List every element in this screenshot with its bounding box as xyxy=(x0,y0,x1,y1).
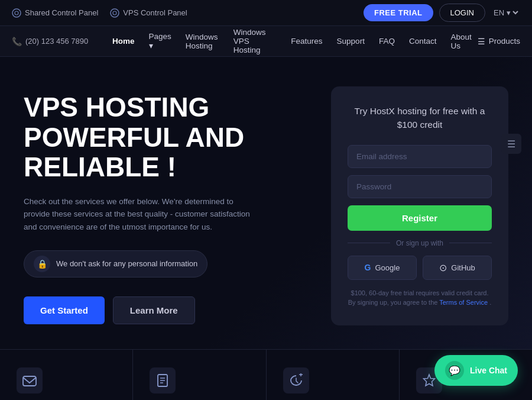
email-input[interactable] xyxy=(348,145,492,168)
phone-number: 📞 (20) 123 456 7890 xyxy=(12,37,106,46)
github-icon: ⊙ xyxy=(439,262,447,273)
phone-icon: 📞 xyxy=(12,37,22,46)
nav-pages[interactable]: Pages ▾ xyxy=(143,27,177,55)
nav-faq[interactable]: FAQ xyxy=(373,32,401,50)
nav-home[interactable]: Home xyxy=(106,32,141,50)
free-trial-button[interactable]: FREE TRIAL xyxy=(364,4,433,21)
svg-point-2 xyxy=(111,9,119,17)
get-started-button[interactable]: Get Started xyxy=(24,296,105,324)
language-select[interactable]: EN ▾ xyxy=(491,8,520,18)
nav-support[interactable]: Support xyxy=(331,32,371,50)
tos-link[interactable]: Terms of Service xyxy=(439,299,488,306)
hero-section: VPS HOSTING POWERFUL AND RELIABLE ! Chec… xyxy=(0,57,532,349)
vps-control-panel-link[interactable]: VPS Control Panel xyxy=(110,8,187,18)
navbar: 📞 (20) 123 456 7890 Home Pages ▾ Windows… xyxy=(0,26,532,57)
live-chat-widget[interactable]: 💬 Live Chat xyxy=(434,355,518,386)
register-button[interactable]: Register xyxy=(348,205,492,231)
shared-control-panel-link[interactable]: Shared Control Panel xyxy=(12,8,98,18)
hero-left: VPS HOSTING POWERFUL AND RELIABLE ! Chec… xyxy=(24,92,331,324)
github-label: GitHub xyxy=(451,263,475,272)
top-bar-actions: FREE TRIAL LOGIN EN ▾ xyxy=(364,4,520,22)
github-signup-button[interactable]: ⊙ GitHub xyxy=(423,256,492,280)
svg-point-1 xyxy=(15,11,18,15)
nav-about-us[interactable]: About Us xyxy=(445,28,477,55)
nav-links: Home Pages ▾ Windows Hosting Windows VPS… xyxy=(106,23,478,59)
live-chat-icon: 💬 xyxy=(445,361,464,380)
hero-title: VPS HOSTING POWERFUL AND RELIABLE ! xyxy=(24,92,313,182)
no-logs-icon xyxy=(150,367,176,393)
google-label: Google xyxy=(375,263,400,272)
form-card-title: Try HostX hosting for free with a $100 c… xyxy=(348,104,492,132)
hero-title-line2: POWERFUL AND xyxy=(24,122,313,153)
shared-panel-label: Shared Control Panel xyxy=(25,8,98,17)
hero-badge: 🔒 We don't ask for any personal informat… xyxy=(24,250,207,278)
panel-links: Shared Control Panel VPS Control Panel xyxy=(12,8,187,18)
hero-badge-text: We don't ask for any personal informatio… xyxy=(56,259,197,268)
hamburger-icon: ☰ xyxy=(478,37,485,46)
phone-text: (20) 123 456 7890 xyxy=(25,37,88,46)
feature-no-limit: No Usage Limit xyxy=(267,350,400,401)
hero-title-line3: RELIABLE ! xyxy=(24,152,313,182)
nav-contact[interactable]: Contact xyxy=(403,32,443,50)
anonymous-icon xyxy=(17,367,43,393)
nav-products[interactable]: ☰ Products xyxy=(478,37,520,46)
feature-anonymous: Anonymous Access xyxy=(0,350,133,401)
feature-no-logs: No Usage Logs xyxy=(133,350,266,401)
google-signup-button[interactable]: G Google xyxy=(348,256,417,280)
google-icon: G xyxy=(365,263,371,272)
vps-panel-icon xyxy=(110,8,119,18)
products-label: Products xyxy=(489,37,520,46)
signup-form-card: Try HostX hosting for free with a $100 c… xyxy=(331,86,508,325)
no-limit-icon xyxy=(283,367,309,393)
shield-icon: 🔒 xyxy=(34,256,50,272)
shared-panel-icon xyxy=(12,8,21,18)
svg-point-0 xyxy=(12,9,21,17)
svg-rect-4 xyxy=(23,376,36,386)
nav-windows-vps-hosting[interactable]: Windows VPS Hosting xyxy=(228,23,283,59)
password-input[interactable] xyxy=(348,175,492,198)
login-button[interactable]: LOGIN xyxy=(439,4,485,22)
hero-description: Check out the services we offer below. W… xyxy=(24,195,260,234)
vps-panel-label: VPS Control Panel xyxy=(123,8,187,17)
social-buttons: G Google ⊙ GitHub xyxy=(348,256,492,280)
sidebar-toggle[interactable]: ☰ xyxy=(501,134,521,154)
menu-dots-icon: ☰ xyxy=(507,138,515,150)
live-chat-label: Live Chat xyxy=(470,366,507,375)
divider-text: Or sign up with xyxy=(396,239,443,247)
svg-point-3 xyxy=(113,11,116,15)
nav-windows-hosting[interactable]: Windows Hosting xyxy=(180,28,225,55)
signup-divider: Or sign up with xyxy=(348,239,492,247)
top-bar: Shared Control Panel VPS Control Panel F… xyxy=(0,0,532,26)
nav-features[interactable]: Features xyxy=(285,32,328,50)
hero-buttons: Get Started Learn More xyxy=(24,296,313,324)
learn-more-button[interactable]: Learn More xyxy=(113,296,195,324)
form-disclaimer: $100, 60-day free trial requires valid c… xyxy=(348,288,492,308)
tos-suffix: . xyxy=(489,299,491,306)
hero-title-line1: VPS HOSTING xyxy=(24,92,313,122)
